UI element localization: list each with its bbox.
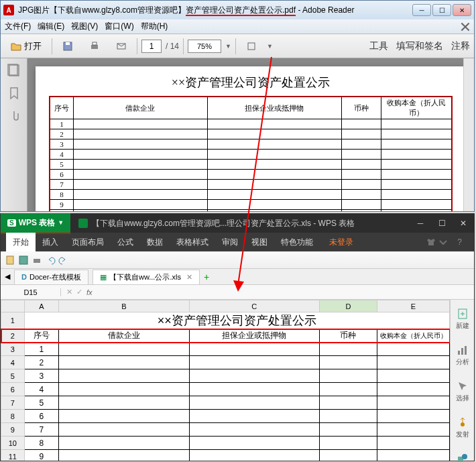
sidepanel-shape[interactable]: 形状 xyxy=(451,449,474,462)
save-icon[interactable] xyxy=(56,38,79,55)
adobe-page-view[interactable]: ××资产管理公司资产处置公示 序号 借款企业 担保企业或抵押物 币种 收购本金（… xyxy=(27,58,474,211)
tools-panel-button[interactable]: 工具 xyxy=(369,40,388,52)
wps-close-button[interactable]: ✕ xyxy=(453,214,474,233)
svg-rect-3 xyxy=(93,42,97,45)
svg-rect-12 xyxy=(458,351,460,355)
fx-icon[interactable]: fx xyxy=(86,288,93,296)
svg-rect-2 xyxy=(91,45,98,49)
close-doc-icon[interactable] xyxy=(461,22,470,32)
col-header-C[interactable]: C xyxy=(189,300,319,312)
print-icon[interactable] xyxy=(32,255,42,266)
paste-icon[interactable] xyxy=(5,255,15,266)
collapse-icon[interactable] xyxy=(438,237,448,247)
menu-view[interactable]: 视图(V) xyxy=(71,21,98,32)
folder-icon xyxy=(11,41,21,52)
save-icon[interactable] xyxy=(18,255,29,266)
svg-rect-8 xyxy=(7,256,13,264)
tab-insert[interactable]: 插入 xyxy=(36,237,65,248)
pdf-page: ××资产管理公司资产处置公示 序号 借款企业 担保企业或抵押物 币种 收购本金（… xyxy=(36,66,466,211)
svg-rect-9 xyxy=(19,256,27,264)
col-header-B[interactable]: B xyxy=(59,300,189,312)
sidepanel-analyze[interactable]: 分析 xyxy=(451,340,474,371)
tab-data[interactable]: 数据 xyxy=(140,237,170,248)
menu-window[interactable]: 窗口(W) xyxy=(105,21,133,32)
svg-rect-5 xyxy=(248,43,255,50)
sidepanel-select[interactable]: 选择 xyxy=(451,376,474,407)
spreadsheet-grid[interactable]: A B C D E 1××资产管理公司资产处置公示 2 序号借款企业担保企业或抵… xyxy=(1,300,450,461)
new-tab-button[interactable]: + xyxy=(204,272,209,282)
sidepanel-send[interactable]: 发射 xyxy=(451,412,474,443)
tab-page-layout[interactable]: 页面布局 xyxy=(65,237,111,248)
cell-reference[interactable]: D15 xyxy=(1,288,61,296)
wps-side-panel: 新建 分析 选择 发射 形状 xyxy=(450,300,474,461)
tab-close-icon[interactable]: ✕ xyxy=(186,273,192,282)
thumbnails-icon[interactable] xyxy=(7,64,21,77)
skin-icon[interactable] xyxy=(426,237,436,247)
pdf-header-row: 序号 借款企业 担保企业或抵押物 币种 收购本金（折人民币） xyxy=(50,97,452,119)
zoom-select[interactable] xyxy=(188,40,221,53)
wps-window-title: 【下载自www.glzy8.com管理资源吧...理公司资产处置公示.xls -… xyxy=(78,218,410,229)
select-all-corner[interactable] xyxy=(1,300,25,312)
doc-icon xyxy=(78,219,88,228)
adobe-toolbar: 打开 / 14 ▼ ▼ 工具 填写和签名 注释 xyxy=(1,34,474,58)
adobe-app-icon: A xyxy=(3,5,14,15)
page-total: / 14 xyxy=(166,42,179,51)
minimize-button[interactable]: ─ xyxy=(412,4,431,16)
wps-menubar: 开始 插入 页面布局 公式 数据 表格样式 审阅 视图 特色功能 未登录 ? xyxy=(1,233,474,251)
tab-current-file[interactable]: ▦ 【下载自ww...公示.xls ✕ xyxy=(93,270,200,284)
wps-minimize-button[interactable]: ─ xyxy=(410,214,431,233)
page-number-input[interactable] xyxy=(141,40,162,53)
menu-help[interactable]: 帮助(H) xyxy=(141,21,168,32)
tab-docer[interactable]: D Docer-在线模板 xyxy=(14,270,88,284)
sidepanel-new[interactable]: 新建 xyxy=(451,304,474,335)
col-header-A[interactable]: A xyxy=(24,300,59,312)
adobe-reader-window: A JPG图片【下载自www.glzy8.com管理资源吧】资产管理公司资产处置… xyxy=(0,0,475,212)
fill-sign-panel-button[interactable]: 填写和签名 xyxy=(396,40,443,52)
wps-ribbon xyxy=(1,251,474,269)
adobe-sidebar xyxy=(1,58,27,211)
wps-titlebar[interactable]: S WPS 表格 ▼ 【下载自www.glzy8.com管理资源吧...理公司资… xyxy=(1,214,474,233)
undo-icon[interactable] xyxy=(45,255,56,266)
email-icon[interactable] xyxy=(110,38,133,55)
attachment-icon[interactable] xyxy=(7,109,21,123)
maximize-button[interactable]: ☐ xyxy=(432,4,451,16)
adobe-window-title: JPG图片【下载自www.glzy8.com管理资源吧】资产管理公司资产处置公示… xyxy=(18,5,412,16)
wps-maximize-button[interactable]: ☐ xyxy=(431,214,453,233)
tab-special[interactable]: 特色功能 xyxy=(274,237,320,248)
wps-window: S WPS 表格 ▼ 【下载自www.glzy8.com管理资源吧...理公司资… xyxy=(0,213,475,461)
print-icon[interactable] xyxy=(83,38,106,55)
pdf-table: 序号 借款企业 担保企业或抵押物 币种 收购本金（折人民币） 1 2 3 4 5… xyxy=(49,96,453,211)
login-button[interactable]: 未登录 xyxy=(322,237,360,248)
svg-rect-13 xyxy=(461,348,463,355)
adobe-scrollbar[interactable] xyxy=(463,58,474,211)
formula-bar: D15 ✕ ✓ fx xyxy=(1,285,474,300)
adobe-menubar: 文件(F) 编辑(E) 视图(V) 窗口(W) 帮助(H) xyxy=(1,19,474,34)
tab-review[interactable]: 审阅 xyxy=(215,237,245,248)
tab-table-style[interactable]: 表格样式 xyxy=(170,237,215,248)
confirm-icon[interactable]: ✓ xyxy=(76,288,82,296)
hand-tool-icon[interactable] xyxy=(240,38,263,55)
svg-point-15 xyxy=(461,422,465,426)
sheet-doc-title[interactable]: ××资产管理公司资产处置公示 xyxy=(24,312,449,329)
open-button[interactable]: 打开 xyxy=(5,37,48,56)
comment-panel-button[interactable]: 注释 xyxy=(451,40,470,52)
tab-home[interactable]: 开始 xyxy=(6,233,36,251)
svg-rect-1 xyxy=(66,42,70,45)
tab-view[interactable]: 视图 xyxy=(245,237,274,248)
menu-file[interactable]: 文件(F) xyxy=(5,21,31,32)
pdf-doc-title: ××资产管理公司资产处置公示 xyxy=(49,74,453,91)
cancel-icon[interactable]: ✕ xyxy=(66,288,72,296)
svg-point-17 xyxy=(462,454,467,459)
home-tab-icon[interactable]: ◀ xyxy=(5,272,10,281)
col-header-E[interactable]: E xyxy=(377,300,450,312)
menu-edit[interactable]: 编辑(E) xyxy=(38,21,64,32)
close-button[interactable]: ✕ xyxy=(453,4,471,16)
adobe-titlebar[interactable]: A JPG图片【下载自www.glzy8.com管理资源吧】资产管理公司资产处置… xyxy=(1,1,474,19)
wps-doc-tabs: ◀ D Docer-在线模板 ▦ 【下载自ww...公示.xls ✕ + xyxy=(1,269,474,285)
bookmark-icon[interactable] xyxy=(7,86,21,100)
redo-icon[interactable] xyxy=(58,255,69,266)
wps-brand-button[interactable]: S WPS 表格 ▼ xyxy=(1,213,70,234)
tab-formula[interactable]: 公式 xyxy=(111,237,140,248)
col-header-D[interactable]: D xyxy=(319,300,377,312)
svg-rect-10 xyxy=(34,259,40,263)
